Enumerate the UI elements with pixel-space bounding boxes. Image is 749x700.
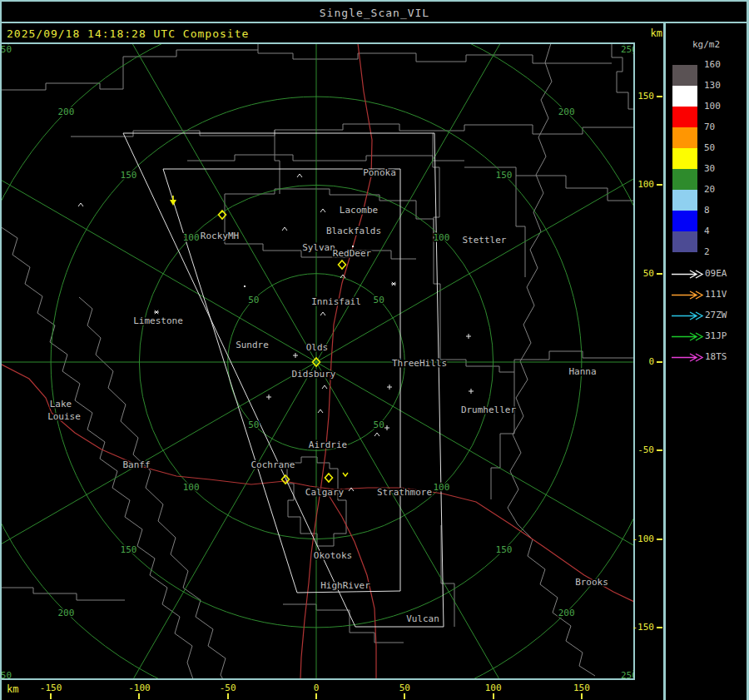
caret-marker-icon [340,275,345,278]
range-ring-labels: 5050505010010010010015015015015020020020… [0,44,637,681]
city-label-ponoka: Ponoka [363,167,396,178]
hail-diamond-icon [282,475,290,484]
track-id-label: 09EA [705,268,743,279]
hail-diamond-icon [313,358,320,366]
bottom-tick-label: 150 [563,683,600,693]
plus-marker-icon [384,425,389,430]
scale-value-label: 70 [704,122,737,132]
track-arrow-111V [671,290,704,300]
arrow-icon [672,271,702,278]
range-ring-label: 200 [558,608,575,618]
radar-spoke [0,362,316,589]
scan-timestamp: 2025/09/18 14:18:28 UTC Composite [7,27,249,40]
bottom-tick-label: -50 [210,683,246,693]
city-label-brooks: Brooks [575,577,608,588]
legend-units-label: kg/m2 [692,39,720,50]
radar-spokes [0,0,749,700]
radar-map: 5050505010010010010015015015015020020020… [0,0,749,700]
track-arrow-icon [170,200,176,206]
city-label-airdrie: Airdrie [309,439,347,450]
caret-marker-icon [320,209,325,212]
range-ring-label: 200 [57,608,74,618]
star-marker-icon [391,282,396,285]
scale-value-label: 130 [704,80,737,91]
vee-marker-icon [343,473,348,476]
title-separator [0,22,749,23]
radar-spoke [316,362,709,589]
caret-marker-icon [320,312,325,315]
scale-swatch [672,211,697,231]
range-ring-label: 150 [496,544,513,555]
arrow-icon [672,333,702,340]
range-ring-label: 250 [0,44,12,55]
city-label-okotoks: Okotoks [314,550,352,561]
caret-marker-icon [322,385,327,389]
scale-swatch [672,169,697,190]
map-bottom-border [0,678,634,680]
range-ring-label: 200 [558,107,575,117]
city-label-threehills: ThreeHills [392,358,447,369]
star-marker-icon [154,310,159,314]
window-left-border [0,0,2,700]
map-top-border [0,42,634,44]
range-ring-label: 100 [433,482,449,493]
bottom-tick-mark [581,693,583,699]
hail-diamond-icon [339,261,346,269]
city-label-stettler: Stettler [463,235,507,246]
caret-marker-icon [318,410,323,413]
caret-marker-icon [374,433,379,436]
range-ring-150 [51,97,582,628]
radar-spoke [316,0,543,362]
caret-marker-icon [282,227,287,231]
scan-area-outlines [123,133,444,627]
track-arrow-27ZW [671,310,704,321]
city-label-olds: Olds [306,342,329,353]
scale-swatch [672,148,697,169]
city-label-blackfalds: Blackfalds [326,226,381,236]
radar-spoke [0,136,316,363]
track-id-label: 31JP [705,330,743,341]
radar-spoke [316,136,709,363]
plus-marker-icon [293,353,298,358]
bottom-tick-mark [227,693,229,699]
bottom-tick-label: 50 [386,683,423,693]
city-label-calgary: Calgary [305,487,345,498]
right-tick-label: 0 [616,356,654,367]
track-arrow-09EA [671,269,704,280]
scale-value-label: 30 [704,163,737,174]
range-ring-label: 100 [183,232,200,243]
scale-swatch [672,65,697,86]
track-arrow-31JP [671,331,704,342]
range-rings [0,0,749,700]
window-top-border [0,0,749,2]
hail-diamond-icon [219,211,226,219]
scale-value-label: 2 [704,246,737,257]
right-tick-mark [657,449,662,451]
track-arrow-18TS [671,352,704,363]
map-symbols [78,174,474,491]
title-bar: Single_Scan_VIL [0,4,749,20]
county-boundary-lines [0,43,634,679]
bottom-tick-mark [493,693,494,699]
right-tick-mark [657,627,662,628]
plus-marker-icon [469,389,474,394]
city-label-rockymh: RockyMH [201,231,239,241]
caret-marker-icon [349,488,354,491]
range-ring-label: 50 [248,420,259,430]
arrow-icon [672,291,702,299]
range-ring-label: 50 [374,295,384,305]
bottom-tick-mark [138,693,140,699]
city-label-lake: Lake [50,399,72,410]
right-tick-mark [657,184,662,186]
highway-lines [0,43,634,679]
bottom-tick-label: 0 [298,683,335,693]
right-tick-mark [657,539,662,540]
city-label-hanna: Hanna [568,366,596,377]
right-tick-label: -150 [616,622,654,633]
range-ring-label: 150 [496,170,513,181]
range-ring-50 [228,274,405,451]
city-label-vulcan: Vulcan [406,613,439,624]
radar-spoke [90,0,317,362]
plus-marker-icon [466,334,471,339]
right-tick-label: 100 [616,179,654,190]
